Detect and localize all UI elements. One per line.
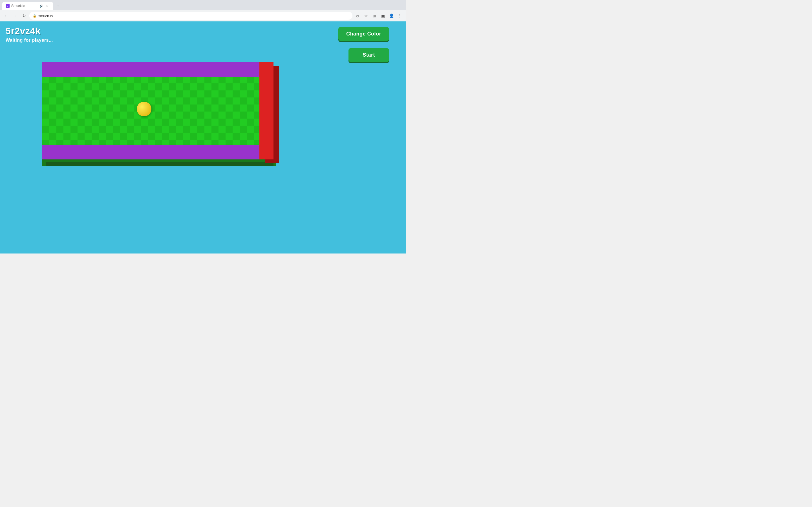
reload-button[interactable]: ↻: [20, 12, 28, 20]
lock-icon: 🔒: [33, 14, 37, 18]
tab-bar: Smuck.io 🔊 ✕ +: [0, 0, 406, 10]
tab-title: Smuck.io: [11, 4, 37, 8]
nav-bar: ← → ↻ 🔒 smuck.io ⎋ ☆ ⊞ ▣ 👤 ⋮: [0, 10, 406, 21]
change-color-button[interactable]: Change Color: [338, 27, 389, 41]
tab-close-icon[interactable]: ✕: [45, 4, 50, 8]
browser-window: Smuck.io 🔊 ✕ + ← → ↻ 🔒 smuck.io ⎋ ☆ ⊞ ▣ …: [0, 0, 406, 21]
game-arena: [42, 62, 276, 162]
nav-right-buttons: ⎋ ☆ ⊞ ▣ 👤 ⋮: [354, 12, 404, 20]
waiting-status: Waiting for players...: [6, 38, 53, 43]
right-wall: [259, 62, 273, 159]
game-ball: [137, 102, 151, 116]
new-tab-button[interactable]: +: [54, 2, 62, 10]
menu-button[interactable]: ⋮: [396, 12, 404, 20]
arena-bottom-face: [46, 162, 273, 166]
arena-surface: [42, 62, 273, 159]
share-button[interactable]: ⎋: [354, 12, 361, 20]
page-content: 5r2vz4k Waiting for players... Change Co…: [0, 21, 406, 253]
profile-button[interactable]: 👤: [388, 12, 395, 20]
address-text: smuck.io: [38, 14, 349, 18]
top-barrier: [42, 62, 259, 77]
bookmark-button[interactable]: ☆: [362, 12, 370, 20]
tab-mute-icon[interactable]: 🔊: [39, 4, 43, 8]
active-tab[interactable]: Smuck.io 🔊 ✕: [2, 2, 53, 10]
tab-favicon-icon: [6, 4, 10, 8]
extensions-button[interactable]: ⊞: [370, 12, 378, 20]
bottom-barrier: [42, 145, 259, 159]
forward-button[interactable]: →: [11, 12, 19, 20]
game-room-code: 5r2vz4k: [6, 26, 41, 36]
back-button[interactable]: ←: [2, 12, 10, 20]
start-button[interactable]: Start: [349, 48, 389, 62]
address-bar[interactable]: 🔒 smuck.io: [29, 12, 352, 20]
sidebar-button[interactable]: ▣: [379, 12, 387, 20]
